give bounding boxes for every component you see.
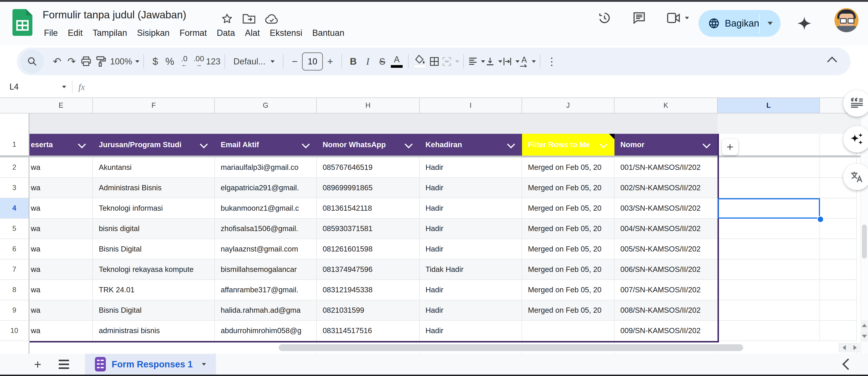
cell[interactable]: Merged on Feb 05, 20 xyxy=(522,157,615,178)
version-history-icon[interactable] xyxy=(597,11,612,25)
toolbar-search-button[interactable] xyxy=(21,50,44,73)
cell[interactable]: Tidak Hadir xyxy=(420,259,522,280)
gemini-icon[interactable] xyxy=(797,16,812,31)
cell[interactable]: 081361542118 xyxy=(317,198,420,219)
cell[interactable]: Bisnis Digital xyxy=(93,239,215,259)
vertical-align-button[interactable] xyxy=(485,52,502,70)
row-header-11[interactable] xyxy=(0,342,29,354)
gemini-side-panel-button[interactable] xyxy=(843,126,868,152)
cell[interactable]: 003/SN-KAMSOS/II/202 xyxy=(615,198,718,219)
cell[interactable] xyxy=(820,280,857,300)
cell[interactable]: 083114517516 xyxy=(317,321,420,341)
cell[interactable]: Merged on Feb 05, 20 xyxy=(522,219,615,239)
header-cell[interactable]: Jurusan/Program Studi xyxy=(93,134,215,155)
header-filter-chevron[interactable] xyxy=(405,140,412,148)
menu-format[interactable]: Format xyxy=(175,26,212,40)
format-percent-button[interactable]: % xyxy=(162,52,177,70)
cell[interactable] xyxy=(719,178,820,198)
text-rotation-button[interactable]: A xyxy=(520,52,536,70)
cell[interactable]: wa xyxy=(29,157,93,178)
share-button[interactable]: Bagikan xyxy=(699,18,759,29)
paint-format-button[interactable] xyxy=(93,52,108,70)
menu-sisipkan[interactable]: Sisipkan xyxy=(132,26,175,40)
cell[interactable]: 083121945338 xyxy=(317,280,420,300)
name-box[interactable]: L4 xyxy=(0,82,66,92)
cell[interactable]: wa xyxy=(29,280,93,300)
cell[interactable]: Teknologi informasi xyxy=(93,198,215,219)
header-filter-chevron[interactable] xyxy=(507,140,515,148)
fill-color-button[interactable] xyxy=(412,52,427,70)
row-header-4[interactable]: 4 xyxy=(0,198,29,219)
row-header-10[interactable]: 10 xyxy=(0,321,29,341)
header-filter-chevron[interactable] xyxy=(78,140,86,148)
cell[interactable]: 008/SN-KAMSOS/II/202 xyxy=(615,300,718,321)
cell[interactable]: wa xyxy=(29,321,93,341)
format-currency-button[interactable]: $ xyxy=(148,52,162,70)
cell[interactable] xyxy=(719,157,820,178)
column-header-I[interactable]: I xyxy=(420,98,522,113)
share-button-group[interactable]: Bagikan xyxy=(699,10,780,37)
cell[interactable]: Hadir xyxy=(420,178,522,198)
cell[interactable]: halida.rahmah.ad@gma xyxy=(215,300,317,321)
cell[interactable] xyxy=(820,300,857,321)
redo-button[interactable]: ↷ xyxy=(64,52,79,70)
cell[interactable]: Teknologi rekayasa kompute xyxy=(93,259,215,280)
header-filter-chevron[interactable] xyxy=(200,140,208,148)
menu-alat[interactable]: Alat xyxy=(240,26,265,40)
decrease-font-size-button[interactable]: − xyxy=(287,52,302,70)
decrease-decimal-button[interactable]: .0← xyxy=(177,52,191,70)
cell[interactable]: 0821031599 xyxy=(317,300,420,321)
cell[interactable]: Merged on Feb 05, 20 xyxy=(522,280,615,300)
scroll-up-button[interactable] xyxy=(861,320,868,331)
meet-dropdown-caret[interactable] xyxy=(685,17,689,19)
cell[interactable]: Hadir xyxy=(420,157,522,178)
cell[interactable]: mariaulfalp3i@gmail.co xyxy=(215,157,317,178)
cell[interactable]: 081374947596 xyxy=(317,259,420,280)
move-folder-icon[interactable] xyxy=(243,13,255,25)
cell[interactable]: Hadir xyxy=(420,198,522,219)
cell[interactable]: bismillahsemogalancar xyxy=(215,259,317,280)
cell[interactable] xyxy=(719,300,820,321)
header-cell[interactable]: Email Aktif xyxy=(215,134,317,155)
cell[interactable]: 009/SN-KAMSOS/II/202 xyxy=(615,321,718,341)
show-side-panel-button[interactable] xyxy=(842,358,854,370)
frozen-row-divider[interactable] xyxy=(0,155,861,157)
cell[interactable]: wa xyxy=(29,259,93,280)
text-color-button[interactable]: A xyxy=(390,52,404,70)
cell[interactable]: 007/SN-KAMSOS/II/202 xyxy=(615,280,718,300)
cell[interactable]: 004/SN-KAMSOS/II/202 xyxy=(615,219,718,239)
comments-icon[interactable] xyxy=(632,11,646,25)
menu-tampilan[interactable]: Tampilan xyxy=(88,26,132,40)
cell[interactable]: 001/SN-KAMSOS/II/202 xyxy=(615,157,718,178)
number-format-button[interactable]: 123 xyxy=(206,52,220,70)
sheet-tab-active[interactable]: Form Responses 1 xyxy=(85,354,216,375)
cell[interactable]: Hadir xyxy=(420,219,522,239)
cell[interactable]: TRK 24.01 xyxy=(93,280,215,300)
header-cell[interactable]: eserta xyxy=(29,134,93,155)
strikethrough-button[interactable]: S xyxy=(375,52,390,70)
header-filter-chevron[interactable] xyxy=(599,140,608,148)
cell[interactable]: Bisnis Digital xyxy=(93,300,215,321)
header-cell[interactable]: Nomor WhatsApp xyxy=(317,134,420,155)
cell[interactable]: 006/SN-KAMSOS/II/202 xyxy=(615,259,718,280)
cell[interactable] xyxy=(820,321,857,341)
star-icon[interactable] xyxy=(221,13,233,25)
column-header-E[interactable]: E xyxy=(29,98,93,113)
column-header-J[interactable]: J xyxy=(522,98,615,113)
vertical-scrollbar-thumb[interactable] xyxy=(862,225,867,259)
cell[interactable] xyxy=(820,198,857,219)
merge-cells-button[interactable] xyxy=(442,52,459,70)
horizontal-align-button[interactable] xyxy=(468,52,485,70)
cell[interactable] xyxy=(522,321,615,341)
scroll-left-button[interactable] xyxy=(839,343,849,352)
cell[interactable]: administrasi bisnis xyxy=(93,321,215,341)
account-avatar[interactable] xyxy=(834,8,859,32)
column-header-H[interactable]: H xyxy=(317,98,420,113)
cell[interactable]: 089699991865 xyxy=(317,178,420,198)
cell[interactable] xyxy=(820,259,857,280)
cell[interactable]: wa xyxy=(29,178,93,198)
menu-ekstensi[interactable]: Ekstensi xyxy=(265,26,307,40)
cell[interactable]: wa xyxy=(29,219,93,239)
menu-file[interactable]: File xyxy=(39,26,63,40)
header-filter-chevron[interactable] xyxy=(703,140,711,148)
